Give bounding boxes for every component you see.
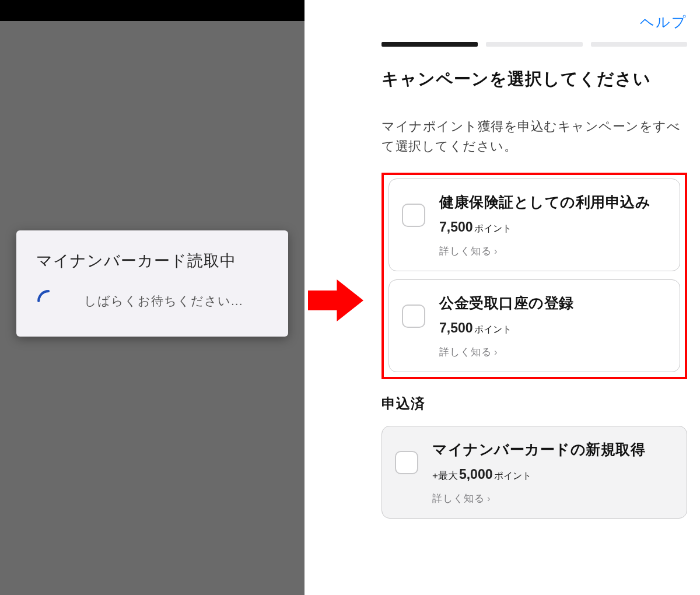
- option-body: マイナンバーカードの新規取得 +最大5,000ポイント 詳しく知る›: [432, 439, 674, 505]
- campaign-option-new-card[interactable]: マイナンバーカードの新規取得 +最大5,000ポイント 詳しく知る›: [382, 426, 687, 519]
- option-body: 健康保険証としての利用申込み 7,500ポイント 詳しく知る›: [439, 192, 667, 258]
- points-value: 7,500: [439, 320, 473, 335]
- right-screen: ヘルプ キャンペーンを選択してください マイナポイント獲得を申込むキャンペーンを…: [369, 0, 700, 595]
- completed-section-label: 申込済: [382, 394, 687, 413]
- option-title: 公金受取口座の登録: [439, 293, 667, 313]
- page-title: キャンペーンを選択してください: [382, 68, 687, 91]
- points-unit: ポイント: [474, 324, 512, 334]
- learn-more-link[interactable]: 詳しく知る›: [439, 345, 667, 359]
- left-screen: マイナンバーカード読取中 しばらくお待ちください...: [0, 0, 304, 595]
- points-unit: ポイント: [494, 471, 531, 481]
- option-points: 7,500ポイント: [439, 320, 667, 336]
- status-bar: [0, 0, 304, 21]
- chevron-right-icon: ›: [494, 246, 498, 257]
- checkbox[interactable]: [395, 451, 418, 474]
- loading-dialog: マイナンバーカード読取中 しばらくお待ちください...: [16, 230, 288, 337]
- progress-step-3: [591, 42, 687, 47]
- option-title: マイナンバーカードの新規取得: [432, 439, 674, 460]
- learn-more-label: 詳しく知る: [439, 246, 492, 257]
- checkbox[interactable]: [402, 204, 425, 227]
- points-prefix: +最大: [432, 470, 458, 481]
- chevron-right-icon: ›: [494, 346, 498, 358]
- campaign-option-health-insurance[interactable]: 健康保険証としての利用申込み 7,500ポイント 詳しく知る›: [388, 178, 680, 271]
- loading-row: しばらくお待ちください...: [36, 289, 268, 313]
- learn-more-link[interactable]: 詳しく知る›: [439, 244, 667, 258]
- option-points: +最大5,000ポイント: [432, 467, 674, 482]
- svg-marker-0: [308, 279, 363, 321]
- chevron-right-icon: ›: [487, 493, 491, 504]
- arrow-right-icon: [306, 277, 365, 324]
- points-unit: ポイント: [474, 223, 512, 233]
- option-title: 健康保険証としての利用申込み: [439, 192, 667, 212]
- header-row: ヘルプ: [382, 0, 687, 42]
- highlighted-options: 健康保険証としての利用申込み 7,500ポイント 詳しく知る› 公金受取口座の登…: [382, 173, 687, 379]
- learn-more-label: 詳しく知る: [432, 493, 485, 504]
- learn-more-link[interactable]: 詳しく知る›: [432, 492, 674, 505]
- checkbox[interactable]: [402, 304, 425, 328]
- option-body: 公金受取口座の登録 7,500ポイント 詳しく知る›: [439, 293, 667, 359]
- progress-step-2: [486, 42, 582, 47]
- loading-subtext: しばらくお待ちください...: [84, 293, 243, 309]
- spinner-icon: [36, 289, 61, 313]
- points-value: 5,000: [459, 467, 493, 482]
- campaign-option-bank-account[interactable]: 公金受取口座の登録 7,500ポイント 詳しく知る›: [388, 279, 680, 372]
- help-link[interactable]: ヘルプ: [640, 13, 687, 32]
- option-points: 7,500ポイント: [439, 219, 667, 235]
- learn-more-label: 詳しく知る: [439, 346, 492, 358]
- progress-step-1: [382, 42, 478, 47]
- page-description: マイナポイント獲得を申込むキャンペーンをすべて選択してください。: [382, 117, 687, 156]
- loading-title: マイナンバーカード読取中: [36, 250, 268, 271]
- points-value: 7,500: [439, 219, 473, 235]
- progress-indicator: [382, 42, 687, 47]
